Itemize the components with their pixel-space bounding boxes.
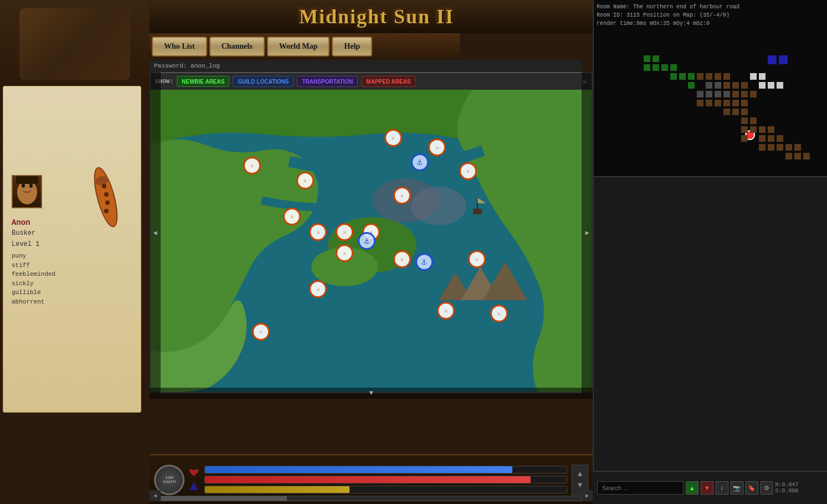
map-toolbar: SHOW: NEWBIE AREAS GUILD LOCATIONS TRANS…	[151, 73, 592, 90]
svg-rect-82	[794, 153, 801, 160]
character-portrait	[12, 175, 42, 208]
svg-rect-59	[715, 100, 721, 106]
map-marker-2[interactable]: ⚔	[384, 129, 402, 147]
svg-rect-34	[706, 73, 712, 80]
nav-coordinates: N:0.047 S:0.000	[775, 482, 823, 494]
map-marker-11[interactable]: ⚔	[336, 244, 353, 262]
portrait-image	[13, 176, 41, 207]
svg-rect-36	[723, 73, 730, 80]
svg-rect-66	[741, 117, 748, 124]
filter-mapped-button[interactable]: MAPPED AREAS	[361, 76, 415, 87]
svg-rect-64	[732, 109, 739, 115]
svg-rect-46	[706, 91, 712, 97]
svg-rect-44	[715, 82, 721, 89]
map-marker-4[interactable]: ⚔	[428, 138, 446, 156]
scroll-down-btn[interactable]: ▼	[578, 481, 582, 490]
svg-rect-57	[697, 100, 703, 106]
world-map-button[interactable]: World Map	[267, 37, 330, 56]
svg-rect-2	[16, 176, 38, 184]
svg-rect-70	[741, 135, 748, 142]
scroll-up-btn[interactable]: ▲	[578, 470, 582, 479]
nav-bar: Who List Channels World Map Help ⬆	[150, 33, 460, 60]
character-parchment: Anon Busker Level 1 puny stiff feeblemin…	[3, 86, 141, 413]
svg-rect-50	[759, 73, 766, 80]
anchor-marker-3[interactable]: ⚓	[415, 253, 433, 271]
flute-svg	[75, 164, 125, 230]
help-button[interactable]: Help	[332, 37, 372, 56]
bookmark-button[interactable]: 🔖	[746, 481, 758, 495]
bottom-right-bar: ▲ ▼ i 📷 🔖 ⚙ N:0.047 S:0.000	[593, 471, 827, 504]
svg-point-3	[22, 183, 25, 188]
svg-rect-48	[723, 91, 730, 97]
bar-row-1	[204, 466, 567, 474]
search-input[interactable]	[597, 481, 684, 495]
filter-newbie-button[interactable]: NEWBIE AREAS	[177, 76, 229, 87]
map-marker-3[interactable]: ⚔	[296, 172, 314, 189]
svg-rect-42	[750, 91, 757, 97]
top-left-decoration	[0, 0, 150, 89]
nav-up-button[interactable]: ▲	[686, 481, 698, 495]
map-marker-6[interactable]: ⚔	[393, 187, 411, 204]
map-marker-16[interactable]: ⚔	[490, 305, 508, 322]
anchor-marker-2[interactable]: ⚓	[358, 232, 376, 250]
map-marker-7[interactable]: ⚔	[283, 208, 301, 225]
map-marker-12[interactable]: ⚔	[393, 250, 411, 268]
anchor-marker-1[interactable]: ⚓	[411, 153, 429, 171]
compass-display: low south	[162, 475, 176, 484]
svg-rect-37	[723, 82, 730, 89]
svg-point-8	[104, 192, 109, 197]
mp-bar-fill	[205, 476, 531, 483]
nav-down-button[interactable]: ▼	[701, 481, 713, 495]
bar-row-3	[204, 486, 567, 493]
svg-rect-75	[777, 135, 783, 142]
right-panel: Room Name: The northern end of harbour r…	[593, 0, 827, 504]
svg-rect-83	[803, 153, 810, 160]
info-button[interactable]: i	[716, 481, 728, 495]
trait-feebleminded: feebleminded	[12, 270, 55, 279]
map-marker-9[interactable]: ⚔	[336, 223, 353, 241]
filter-transport-button[interactable]: TRANSPORTATION	[297, 76, 358, 87]
svg-point-7	[102, 184, 106, 188]
svg-rect-81	[785, 153, 792, 160]
channels-button[interactable]: Channels	[209, 37, 265, 56]
svg-rect-32	[688, 82, 695, 89]
map-marker-13[interactable]: ⚔	[468, 250, 486, 268]
map-marker-1[interactable]: ⚔	[243, 157, 261, 174]
mana-icon	[189, 481, 199, 491]
render-time: render time:0ms mOx:35 mOy:4 mOz:0	[597, 19, 739, 28]
password-bar: Password: anon_log	[150, 60, 582, 72]
bottom-scrollbar-thumb[interactable]	[161, 496, 287, 501]
world-map-container: SHOW: NEWBIE AREAS GUILD LOCATIONS TRANS…	[150, 72, 593, 393]
svg-rect-73	[759, 135, 766, 142]
svg-rect-76	[759, 144, 766, 151]
map-scroll-right[interactable]: ▶	[582, 72, 593, 393]
svg-rect-45	[697, 91, 703, 97]
who-list-button[interactable]: Who List	[152, 37, 207, 56]
bottom-scrollbar-right[interactable]: ▶	[582, 490, 593, 501]
filter-guild-button[interactable]: GUILD LOCATIONS	[233, 76, 294, 87]
settings-button[interactable]: ⚙	[761, 481, 773, 495]
map-scroll-left[interactable]: ◀	[150, 72, 161, 393]
room-name: Room Name: The northern end of harbour r…	[597, 3, 739, 11]
map-marker-5[interactable]: ⚔	[459, 162, 477, 180]
svg-rect-80	[794, 144, 801, 151]
screenshot-button[interactable]: 📷	[731, 481, 743, 495]
svg-rect-78	[777, 144, 783, 151]
svg-rect-25	[644, 64, 650, 71]
svg-rect-67	[750, 117, 757, 124]
map-marker-14[interactable]: ⚔	[309, 280, 327, 298]
svg-point-4	[29, 183, 33, 188]
hp-bar-container	[204, 466, 567, 474]
svg-rect-68	[741, 126, 748, 133]
svg-rect-28	[670, 64, 677, 71]
svg-rect-72	[768, 126, 774, 133]
dragon-ornament	[19, 8, 130, 80]
svg-rect-62	[741, 100, 748, 106]
bottom-scrollbar-left[interactable]: ◀	[150, 490, 161, 501]
map-scroll-bottom[interactable]: ▼	[150, 388, 593, 399]
map-marker-8[interactable]: ⚔	[309, 223, 327, 241]
svg-rect-40	[732, 91, 739, 97]
svg-point-10	[104, 209, 109, 213]
map-marker-15[interactable]: ⚔	[437, 302, 455, 320]
map-marker-17[interactable]: ⚔	[252, 323, 270, 341]
